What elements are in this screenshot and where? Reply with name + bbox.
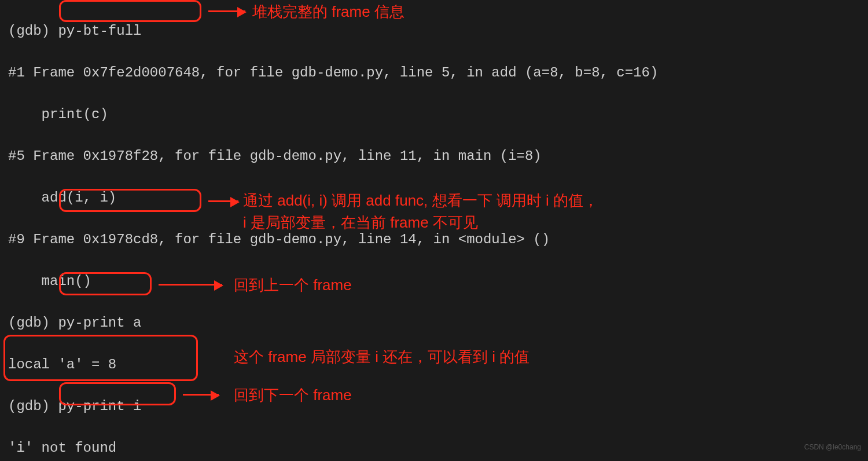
highlight-box-pyprint-i <box>59 189 201 212</box>
gdb-prompt[interactable]: (gdb) <box>8 398 58 414</box>
highlight-box-pybtfull <box>59 0 201 22</box>
highlight-box-pyup <box>59 272 152 295</box>
frame-line-code: print(c) <box>8 104 860 125</box>
arrow-icon <box>159 284 222 286</box>
frame-line: #1 Frame 0x7fe2d0007648, for file gdb-de… <box>8 63 860 83</box>
annotation-pybtfull: 堆栈完整的 frame 信息 <box>252 2 404 22</box>
gdb-prompt[interactable]: (gdb) <box>8 23 58 39</box>
gdb-prompt[interactable]: (gdb) <box>8 315 58 331</box>
highlight-box-pyprint-i2 <box>3 335 198 381</box>
arrow-icon <box>208 10 245 12</box>
cmd-py-bt-full: py-bt-full <box>58 23 141 39</box>
arrow-icon <box>183 394 219 396</box>
annotation-pyprint-i-l2: i 是局部变量，在当前 frame 不可见 <box>243 213 478 233</box>
cmd-py-print-a: py-print a <box>58 315 141 331</box>
annotation-local-i: 这个 frame 局部变量 i 还在，可以看到 i 的值 <box>234 347 529 367</box>
annotation-pyprint-i-l1: 通过 add(i, i) 调用 add func, 想看一下 调用时 i 的值， <box>243 191 598 211</box>
annotation-pyup: 回到上一个 frame <box>234 276 352 295</box>
arrow-icon <box>208 200 238 202</box>
frame-line: #5 Frame 0x1978f28, for file gdb-demo.py… <box>8 146 860 167</box>
watermark: CSDN @le0chang <box>804 437 861 458</box>
highlight-box-pydown <box>59 382 176 405</box>
output-i-not-found: 'i' not found <box>8 438 860 459</box>
annotation-pydown: 回到下一个 frame <box>234 386 352 405</box>
